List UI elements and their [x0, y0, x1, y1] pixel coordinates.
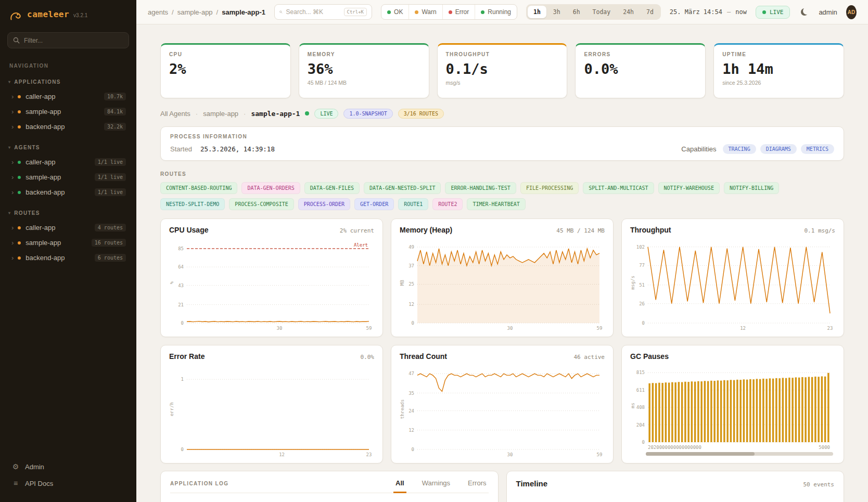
section-header-agents[interactable]: ▾ AGENTS	[7, 145, 129, 150]
route-pill-nested-split-demo[interactable]: NESTED-SPLIT-DEMO	[160, 198, 225, 210]
gc-chart-scrollbar[interactable]	[646, 452, 833, 456]
cpu-usage-plot: 021436485%3059Alert	[169, 236, 374, 331]
footer-label: API Docs	[25, 480, 53, 487]
version-badge: 1.0-SNAPSHOT	[343, 109, 392, 119]
route-pill-error-handling-test[interactable]: ERROR-HANDLING-TEST	[445, 182, 516, 194]
sidebar-item-application-caller-app[interactable]: › caller-app 10.7k	[7, 89, 129, 104]
status-dot	[18, 161, 21, 164]
route-pill-data-gen-nested-split[interactable]: DATA-GEN-NESTED-SPLIT	[364, 182, 441, 194]
route-pill-data-gen-orders[interactable]: DATA-GEN-ORDERS	[241, 182, 300, 194]
moon-icon	[801, 8, 808, 16]
svg-text:102: 102	[636, 244, 645, 250]
live-toggle[interactable]: LIVE	[756, 6, 790, 19]
charts-grid: CPU Usage 2% current 021436485%3059Alert…	[160, 218, 844, 464]
chart-card-error-rate: Error Rate 0.0% 01err/h1223	[160, 345, 383, 464]
filter-warn[interactable]: Warn	[409, 5, 442, 19]
log-tab-all[interactable]: All	[393, 479, 406, 493]
svg-text:ms: ms	[630, 403, 635, 408]
sidebar-item-application-sample-app[interactable]: › sample-app 84.1k	[7, 104, 129, 119]
log-tab-errors[interactable]: Errors	[466, 479, 488, 493]
route-pill-file-processing[interactable]: FILE-PROCESSING	[520, 182, 579, 194]
sidebar-item-routes-sample-app[interactable]: › sample-app 16 routes	[7, 235, 129, 250]
sidebar-item-agent-sample-app[interactable]: › sample-app 1/1 live	[7, 170, 129, 185]
username-label: admin	[819, 8, 837, 16]
item-count-badge: 1/1 live	[95, 188, 126, 196]
section-label: AGENTS	[14, 145, 40, 150]
time-range-24h[interactable]: 24h	[617, 6, 640, 18]
route-pill-timer-heartbeat[interactable]: TIMER-HEARTBEAT	[467, 198, 525, 210]
chameleon-logo-icon	[8, 9, 23, 22]
live-badge: LIVE	[314, 109, 338, 119]
all-agents-link[interactable]: All Agents	[160, 110, 190, 118]
sidebar-filter-input[interactable]	[24, 37, 112, 44]
svg-text:815: 815	[636, 370, 645, 375]
sidebar-item-routes-caller-app[interactable]: › caller-app 4 routes	[7, 220, 129, 235]
time-range-6h[interactable]: 6h	[567, 6, 586, 18]
svg-text:2020000000000000000: 2020000000000000000	[648, 445, 701, 450]
gc-pauses-plot: 0204408611815ms20200000000000000005000	[630, 363, 835, 450]
metric-card-memory: MEMORY 36% 45 MB / 124 MB	[299, 43, 429, 98]
sidebar-item-application-backend-app[interactable]: › backend-app 32.2k	[7, 119, 129, 134]
breadcrumb-sample-app[interactable]: sample-app	[177, 8, 213, 16]
section-label: APPLICATIONS	[14, 79, 60, 85]
sidebar-item-agent-backend-app[interactable]: › backend-app 1/1 live	[7, 185, 129, 200]
svg-text:30: 30	[277, 326, 283, 331]
time-range-7d[interactable]: 7d	[641, 6, 659, 18]
separator: ·	[196, 110, 198, 118]
log-tabs: All Warnings Errors	[393, 479, 488, 493]
sidebar-item-agent-caller-app[interactable]: › caller-app 1/1 live	[7, 155, 129, 170]
global-search[interactable]: Ctrl+K	[274, 4, 372, 20]
section-label: ROUTES	[14, 210, 40, 216]
time-range-today[interactable]: Today	[587, 6, 617, 18]
sidebar-item-routes-backend-app[interactable]: › backend-app 6 routes	[7, 250, 129, 265]
time-range-1h[interactable]: 1h	[528, 6, 546, 18]
sidebar-section-routes: ▾ ROUTES › caller-app 4 routes › sample-…	[7, 210, 129, 265]
route-pill-route1[interactable]: ROUTE1	[398, 198, 428, 210]
route-pill-notify-billing[interactable]: NOTIFY-BILLING	[724, 182, 779, 194]
svg-text:25: 25	[409, 281, 414, 287]
datetime-separator: —	[727, 8, 731, 16]
route-pill-get-order[interactable]: GET-ORDER	[354, 198, 394, 210]
route-pill-process-order[interactable]: PROCESS-ORDER	[298, 198, 350, 210]
global-search-input[interactable]	[286, 8, 340, 16]
route-pill-process-composite[interactable]: PROCESS-COMPOSITE	[229, 198, 293, 210]
dashboard-content: CPU 2% MEMORY 36% 45 MB / 124 MB THROUGH…	[136, 24, 868, 502]
agent-breadcrumb-bar: All Agents · sample-app · sample-app-1 L…	[160, 108, 844, 119]
svg-text:Alert: Alert	[354, 242, 368, 248]
dark-mode-toggle[interactable]	[799, 5, 810, 19]
filter-error[interactable]: Error	[442, 5, 475, 19]
svg-text:30: 30	[507, 452, 513, 457]
log-tab-warnings[interactable]: Warnings	[420, 479, 452, 493]
sample-app-link[interactable]: sample-app	[203, 110, 238, 118]
admin-link[interactable]: ⚙ Admin	[7, 458, 129, 475]
route-pill-content-based-routing[interactable]: CONTENT-BASED-ROUTING	[160, 182, 237, 194]
time-range-3h[interactable]: 3h	[547, 6, 566, 18]
route-pill-route2[interactable]: ROUTE2	[432, 198, 463, 210]
svg-text:85: 85	[178, 246, 184, 251]
chevron-down-icon: ▾	[8, 145, 11, 150]
svg-text:21: 21	[178, 302, 184, 307]
route-pill-split-and-multicast[interactable]: SPLIT-AND-MULTICAST	[583, 182, 654, 194]
gc-chart-scrollbar-thumb[interactable]	[646, 452, 755, 456]
capability-chip-diagrams: DIAGRAMS	[760, 144, 797, 154]
avatar[interactable]: AD	[846, 5, 857, 19]
datetime-range[interactable]: 25. März 14:54 — now	[670, 8, 747, 16]
section-header-routes[interactable]: ▾ ROUTES	[7, 210, 129, 216]
filter-running[interactable]: Running	[475, 5, 517, 19]
section-header-applications[interactable]: ▾ APPLICATIONS	[7, 79, 129, 85]
metric-label: MEMORY	[308, 52, 420, 57]
sidebar-filter[interactable]	[7, 32, 129, 48]
filter-ok[interactable]: OK	[381, 5, 409, 19]
route-pill-notify-warehouse[interactable]: NOTIFY-WAREHOUSE	[658, 182, 720, 194]
chevron-right-icon: ›	[11, 173, 14, 181]
svg-text:0: 0	[642, 440, 645, 445]
api-docs-link[interactable]: ≡ API Docs	[7, 475, 129, 492]
app-logo: cameleer v3.2.1	[7, 7, 129, 22]
item-count-badge: 4 routes	[95, 224, 126, 231]
status-dot	[18, 125, 21, 128]
breadcrumb-agents[interactable]: agents	[148, 8, 168, 16]
route-pill-data-gen-files[interactable]: DATA-GEN-FILES	[304, 182, 360, 194]
status-dot	[18, 176, 21, 179]
svg-text:MB: MB	[400, 280, 405, 286]
metric-label: CPU	[169, 52, 282, 57]
